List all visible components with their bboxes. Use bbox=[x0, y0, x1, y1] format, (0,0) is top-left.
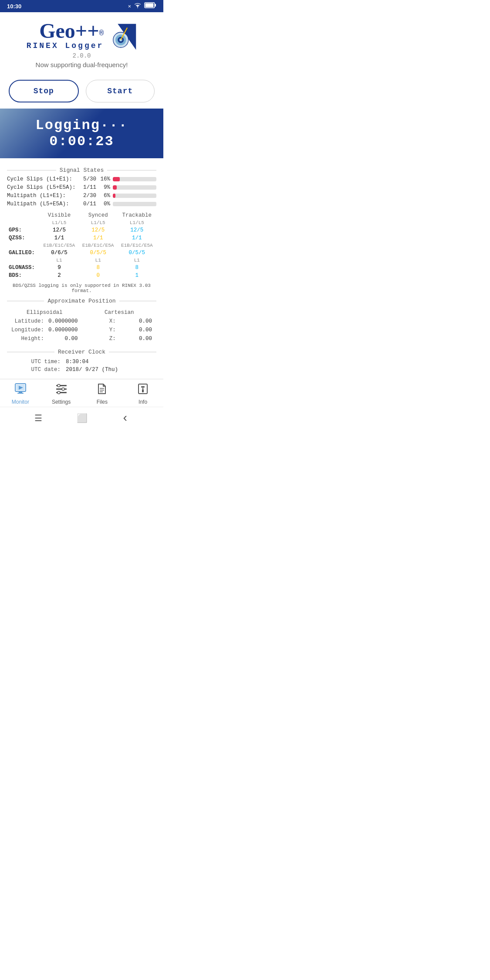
x-value: 0.00 bbox=[118, 317, 154, 325]
signal-bar-2 bbox=[113, 194, 115, 198]
glonass-subhdr-vis: L1 bbox=[40, 257, 78, 264]
signal-states-title: Signal States bbox=[60, 167, 104, 174]
nav-files[interactable]: Files bbox=[89, 383, 115, 405]
svg-rect-16 bbox=[56, 388, 67, 390]
clock-header: Receiver Clock bbox=[7, 349, 156, 355]
svg-rect-27 bbox=[142, 389, 144, 392]
col-trackable: Trackable bbox=[118, 211, 156, 219]
position-header: Approximate Position bbox=[7, 298, 156, 304]
bds-trackable: 1 bbox=[118, 272, 156, 279]
qzss-trackable: 1/1 bbox=[118, 234, 156, 242]
lat-label: Latitude: bbox=[10, 317, 46, 325]
svg-rect-21 bbox=[100, 388, 104, 389]
signal-label-0: Cycle Slips (L1+E1): bbox=[7, 176, 77, 182]
svg-point-26 bbox=[142, 388, 144, 389]
nav-settings[interactable]: Settings bbox=[48, 383, 74, 405]
cartesian-table: Cartesian X: 0.00 Y: 0.00 Z: 0.00 bbox=[84, 308, 155, 344]
satellite-table: Visible Synced Trackable L1/L5 L1/L5 L1/… bbox=[7, 211, 156, 279]
logo-section: Geo++® RINEX Logger 2.0.0 Now supporting… bbox=[0, 12, 163, 74]
android-home-btn[interactable]: ⬜ bbox=[77, 413, 88, 424]
qzss-label: QZSS: bbox=[7, 234, 40, 242]
settings-icon bbox=[55, 383, 68, 398]
gps-subhdr-track: L1/L5 bbox=[118, 219, 156, 226]
signal-count-0: 5/30 bbox=[77, 176, 96, 182]
y-label: Y: bbox=[85, 326, 118, 334]
nav-files-label: Files bbox=[97, 399, 108, 405]
galileo-trackable: 0/5/5 bbox=[118, 249, 156, 257]
height-value: 0.00 bbox=[47, 335, 80, 343]
status-bar: 10:30 ✕ bbox=[0, 0, 163, 12]
logo-graphic bbox=[106, 20, 137, 51]
start-button[interactable]: Start bbox=[86, 80, 155, 102]
gps-subhdr-sync: L1/L5 bbox=[79, 219, 118, 226]
rinex-note: BDS/QZSS logging is only supported in RI… bbox=[7, 283, 156, 293]
signal-label-1: Cycle Slips (L5+E5A): bbox=[7, 184, 77, 191]
stop-button[interactable]: Stop bbox=[9, 80, 79, 102]
signal-row-3: Multipath (L5+E5A): 0/11 0% bbox=[7, 201, 156, 207]
signal-count-1: 1/11 bbox=[77, 184, 96, 191]
lat-value: 0.0000000 bbox=[47, 317, 80, 325]
signal-bar-container-1 bbox=[113, 185, 156, 190]
android-menu-btn[interactable]: ☰ bbox=[34, 413, 42, 424]
bottom-nav: Monitor Settings Files bbox=[0, 379, 163, 407]
signal-pct-3: 0% bbox=[96, 201, 113, 207]
info-icon bbox=[137, 383, 149, 398]
clock-table: UTC time: 8:30:04 UTC date: 2018/ 9/27 (… bbox=[7, 358, 156, 374]
galileo-visible: 0/6/5 bbox=[40, 249, 78, 257]
galileo-subhdr-track: E1B/E1C/E5A bbox=[118, 242, 156, 249]
status-icons: ✕ bbox=[128, 2, 156, 10]
col-synced: Synced bbox=[79, 211, 118, 219]
position-table: Ellipsoidal Latitude: 0.0000000 Longitud… bbox=[7, 307, 156, 344]
ellipsoidal-table: Ellipsoidal Latitude: 0.0000000 Longitud… bbox=[9, 308, 81, 344]
glonass-visible: 9 bbox=[40, 264, 78, 272]
col-visible: Visible bbox=[40, 211, 78, 219]
android-back-btn[interactable]: ‹ bbox=[122, 412, 129, 425]
logo-row: Geo++® RINEX Logger bbox=[27, 20, 137, 51]
button-row: Stop Start bbox=[0, 74, 163, 109]
glonass-trackable: 8 bbox=[118, 264, 156, 272]
nav-info[interactable]: Info bbox=[130, 383, 156, 405]
signal-rows: Cycle Slips (L1+E1): 5/30 16% Cycle Slip… bbox=[7, 176, 156, 207]
signal-count-3: 0/11 bbox=[77, 201, 96, 207]
svg-rect-13 bbox=[19, 391, 22, 393]
z-value: 0.00 bbox=[118, 335, 154, 343]
nav-monitor[interactable]: Monitor bbox=[7, 383, 34, 405]
glonass-label: GLONASS: bbox=[7, 264, 40, 272]
battery-icon bbox=[144, 2, 156, 10]
svg-rect-1 bbox=[155, 4, 156, 7]
bds-synced: 0 bbox=[79, 272, 118, 279]
utc-date-label: UTC date: bbox=[7, 366, 63, 374]
svg-rect-22 bbox=[100, 390, 104, 391]
section-line-left bbox=[7, 170, 56, 170]
nav-settings-label: Settings bbox=[52, 399, 71, 405]
logo-title: Geo++® bbox=[27, 20, 104, 41]
bds-visible: 2 bbox=[40, 272, 78, 279]
glonass-synced: 8 bbox=[79, 264, 118, 272]
signal-row-2: Multipath (L1+E1): 2/30 6% bbox=[7, 193, 156, 199]
signal-label-3: Multipath (L5+E5A): bbox=[7, 201, 77, 207]
signal-bar-container-2 bbox=[113, 194, 156, 198]
ellipsoidal-header: Ellipsoidal bbox=[10, 309, 80, 316]
y-value: 0.00 bbox=[118, 326, 154, 334]
galileo-subhdr-vis: E1B/E1C/E5A bbox=[40, 242, 78, 249]
svg-rect-25 bbox=[141, 386, 145, 388]
version-text: 2.0.0 bbox=[72, 52, 91, 59]
signal-label-2: Multipath (L1+E1): bbox=[7, 193, 77, 199]
signal-pct-1: 9% bbox=[96, 184, 113, 191]
signal-bar-1 bbox=[113, 185, 117, 190]
logging-timer: 0:00:23 bbox=[49, 133, 114, 150]
logo-subtitle: RINEX Logger bbox=[27, 41, 104, 50]
files-icon bbox=[96, 383, 108, 398]
qzss-visible: 1/1 bbox=[40, 234, 78, 242]
svg-point-20 bbox=[57, 391, 60, 394]
galileo-synced: 0/5/5 bbox=[79, 249, 118, 257]
wifi-icon bbox=[134, 2, 142, 10]
clock-title: Receiver Clock bbox=[58, 349, 105, 355]
gps-subhdr-vis: L1/L5 bbox=[40, 219, 78, 226]
svg-rect-2 bbox=[145, 3, 154, 7]
signal-bar-container-0 bbox=[113, 177, 156, 181]
utc-time-value: 8:30:04 bbox=[63, 358, 156, 366]
cartesian-header: Cartesian bbox=[85, 309, 154, 316]
gps-synced: 12/5 bbox=[79, 226, 118, 234]
galileo-subhdr-sync: E1B/E1C/E5A bbox=[79, 242, 118, 249]
